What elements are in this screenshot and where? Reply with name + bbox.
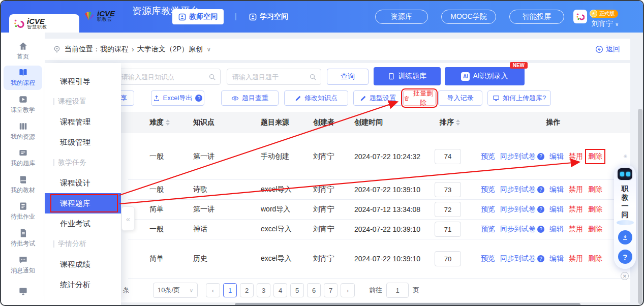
breadcrumb-current-course[interactable]: 大学语文（2P）原创 [137, 45, 203, 54]
logo-vocational-cloud[interactable]: iCVE 职教云 [82, 9, 115, 22]
page-number-1[interactable]: 1 [223, 283, 237, 297]
edit-link[interactable]: 编辑 [549, 152, 564, 161]
link-resource-library[interactable]: 资源库 [375, 10, 428, 24]
back-button[interactable]: 返回 [595, 45, 620, 54]
stem-search-input[interactable] [227, 69, 321, 85]
sort-order-input[interactable] [435, 182, 461, 197]
collapse-menu-button[interactable]: « [121, 206, 135, 231]
delete-link[interactable]: 删除 [588, 205, 602, 214]
page-number-6[interactable]: 6 [307, 283, 321, 297]
upload-help-button[interactable]: 如何上传题库? [487, 90, 551, 106]
help-icon[interactable]: ? [195, 95, 202, 102]
ai-recognition-button[interactable]: Ai AI识别录入 NEW [445, 67, 525, 85]
disable-link[interactable]: 禁用 [569, 152, 583, 161]
menu-item-2[interactable]: 课程管理 [45, 112, 121, 132]
disable-link[interactable]: 禁用 [569, 225, 583, 234]
sidebar-item-6[interactable]: 待批作业 [4, 199, 42, 224]
sidebar-item-5[interactable]: 我的教材 [4, 172, 42, 197]
page-number-5[interactable]: 5 [290, 283, 304, 297]
chevron-down-icon[interactable]: ∨ [207, 46, 211, 53]
link-smart-cast[interactable]: 智能投屏 [509, 10, 564, 24]
page-number-7[interactable]: 7 [324, 283, 338, 297]
preview-link[interactable]: 预览 [481, 205, 495, 214]
tab-teacher-space[interactable]: 教师空间 [172, 9, 224, 24]
breadcrumb-parent[interactable]: 我的课程 [100, 45, 129, 54]
question-type-button[interactable]: 题型设置 [353, 90, 403, 106]
menu-item-7[interactable]: 作业考试 [45, 213, 121, 234]
batch-delete-button[interactable]: 批量删除 [403, 90, 436, 106]
sidebar-item-7[interactable]: 待批考试 [4, 226, 42, 251]
sidebar-item-2[interactable]: 课堂教学 [4, 92, 42, 117]
help-icon[interactable]: ? [537, 186, 544, 193]
sync-to-paper-link[interactable]: 同步到试卷 [500, 185, 536, 194]
menu-item-0[interactable]: 课程引导 [45, 71, 121, 91]
page-number-4[interactable]: 4 [273, 283, 287, 297]
sort-order-input[interactable] [435, 251, 461, 266]
help-icon[interactable]: ? [537, 153, 544, 160]
duplicate-check-button[interactable]: 题目查重 [221, 90, 279, 106]
sort-icon[interactable] [456, 119, 460, 126]
delete-link[interactable]: 删除 [588, 185, 602, 194]
train-bank-button[interactable]: 训练题库 [374, 67, 441, 85]
sort-order-input[interactable] [435, 202, 461, 217]
import-log-button[interactable]: 导入记录 [438, 90, 482, 106]
sidebar-item-0[interactable]: 首页 [4, 39, 42, 64]
knowledge-search-input[interactable] [116, 69, 221, 85]
preview-link[interactable]: 预览 [481, 185, 495, 194]
page-number-2[interactable]: 2 [240, 283, 254, 297]
download-button[interactable] [618, 230, 632, 244]
sync-to-paper-link[interactable]: 同步到试卷 [500, 205, 536, 214]
next-page-button[interactable]: › [341, 283, 355, 297]
page-size-select[interactable]: 10条/页 ∨ [153, 283, 198, 298]
excel-export-button[interactable]: Excel导出 ? [151, 90, 204, 106]
link-mooc-college[interactable]: MOOC学院 [441, 10, 496, 24]
help-button[interactable]: ? [618, 250, 632, 264]
preview-link[interactable]: 预览 [481, 254, 495, 263]
preview-link[interactable]: 预览 [481, 225, 495, 234]
sort-icon[interactable] [166, 119, 170, 126]
sidebar-item-3[interactable]: 我的资源 [4, 119, 42, 144]
sync-to-paper-link[interactable]: 同步到试卷 [500, 225, 536, 234]
logo-smart-vocational[interactable]: iCVE 智慧职教 [9, 14, 79, 33]
menu-item-3[interactable]: 班级管理 [45, 132, 121, 152]
help-icon[interactable]: ? [537, 226, 544, 233]
edit-knowledge-button[interactable]: 修改知识点 [284, 90, 348, 106]
sort-order-input[interactable] [435, 149, 461, 164]
user-avatar[interactable] [573, 10, 587, 23]
sync-to-paper-link[interactable]: 同步到试卷 [500, 152, 536, 161]
menu-item-10[interactable]: 统计分析 [45, 274, 121, 295]
goto-page-input[interactable] [386, 283, 409, 298]
tab-learning-space[interactable]: 学习空间 [243, 9, 294, 24]
help-icon[interactable]: ? [537, 206, 544, 213]
assistant-widget[interactable]: 职教一问 ? [614, 164, 636, 269]
vertical-scrollbar-thumb[interactable] [638, 109, 642, 304]
delete-link[interactable]: 删除 [588, 152, 602, 161]
menu-item-9[interactable]: 课程成绩 [45, 254, 121, 274]
close-widget-icon[interactable]: ✕ [621, 272, 629, 280]
help-icon[interactable]: ? [537, 255, 544, 262]
edit-link[interactable]: 编辑 [549, 205, 564, 214]
menu-item-6[interactable]: 课程题库 [45, 193, 121, 213]
preview-link[interactable]: 预览 [481, 152, 495, 161]
sidebar-item-8[interactable]: 消息通知 [4, 253, 42, 278]
edit-link[interactable]: 编辑 [549, 225, 564, 234]
disable-link[interactable]: 禁用 [569, 205, 583, 214]
edit-link[interactable]: 编辑 [549, 185, 564, 194]
sidebar-item-4[interactable]: 我的题库 [4, 145, 42, 170]
page-number-3[interactable]: 3 [257, 283, 270, 297]
prev-page-button[interactable]: ‹ [206, 283, 220, 297]
table-row: 简单历史excel导入刘宵宁2024-07-22 10:39:10预览同步到试卷… [128, 239, 630, 279]
sidebar-item-1[interactable]: 我的课程 [4, 66, 42, 90]
sidebar-item-9[interactable] [4, 279, 42, 304]
disable-link[interactable]: 禁用 [569, 185, 583, 194]
user-menu[interactable]: 刘宵宁∨ [592, 19, 619, 28]
edit-link[interactable]: 编辑 [549, 254, 564, 263]
menu-item-5[interactable]: 课程设计 [45, 173, 121, 193]
query-button[interactable]: 查询 [327, 69, 369, 85]
horizontal-scrollbar-thumb[interactable] [235, 303, 580, 306]
sort-order-input[interactable] [435, 222, 461, 237]
delete-link[interactable]: 删除 [588, 225, 602, 234]
sync-to-paper-link[interactable]: 同步到试卷 [500, 254, 536, 263]
disable-link[interactable]: 禁用 [569, 254, 583, 263]
delete-link[interactable]: 删除 [588, 254, 602, 263]
